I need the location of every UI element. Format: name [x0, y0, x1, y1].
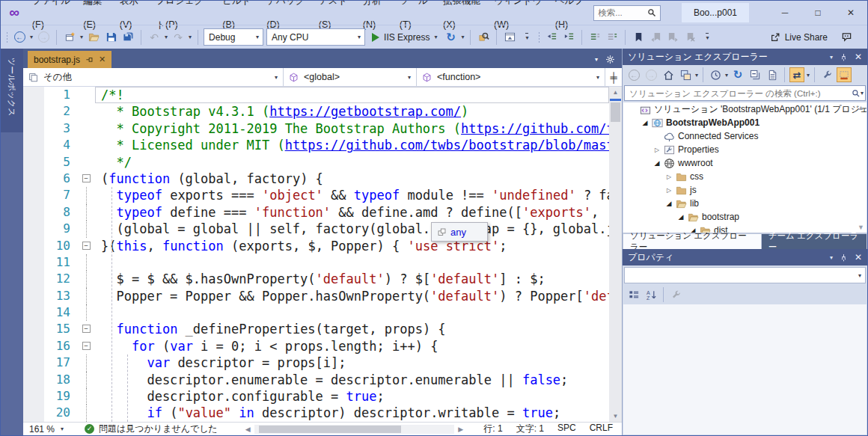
overflow-caret[interactable]: ▾: [700, 31, 714, 44]
collapse-region-icon[interactable]: −: [82, 242, 91, 250]
close-icon[interactable]: ✕: [855, 52, 862, 62]
find-in-files-icon[interactable]: [477, 31, 490, 44]
breakpoint-margin[interactable]: [23, 304, 44, 321]
type-dropdown[interactable]: <global> ▾: [284, 68, 417, 86]
tree-item[interactable]: Connected Services: [623, 129, 867, 143]
overflow-caret[interactable]: ▾: [520, 31, 534, 44]
search-input[interactable]: [598, 8, 647, 17]
toggle-bookmark-icon[interactable]: [632, 31, 645, 44]
pending-changes-filter-icon[interactable]: [708, 67, 723, 82]
tree-item[interactable]: ▷js: [623, 183, 867, 197]
breakpoint-margin[interactable]: [23, 271, 44, 287]
pin-icon[interactable]: [840, 53, 848, 61]
solution-search-input[interactable]: [629, 89, 852, 98]
pin-icon[interactable]: [840, 254, 848, 262]
breakpoint-margin[interactable]: [23, 171, 44, 187]
breakpoint-margin[interactable]: [23, 204, 44, 221]
breakpoint-margin[interactable]: [23, 120, 44, 137]
close-tab-icon[interactable]: ✕: [99, 55, 106, 64]
show-all-files-icon[interactable]: [837, 67, 852, 82]
hscroll-thumb[interactable]: [259, 426, 401, 433]
chevron-down-icon[interactable]: ▾: [807, 72, 810, 79]
browse-with-icon[interactable]: [503, 31, 516, 44]
expander-collapsed-icon[interactable]: ▷: [664, 174, 674, 180]
scroll-down-icon[interactable]: ▼: [609, 411, 622, 422]
tree-item[interactable]: ◢wwwroot: [623, 156, 867, 170]
code-line[interactable]: 2 * Bootstrap v4.3.1 (https://getbootstr…: [23, 103, 609, 120]
collapse-region-icon[interactable]: −: [82, 325, 91, 333]
editor-options-gear-icon[interactable]: [605, 55, 615, 64]
split-window-handle[interactable]: ╪: [605, 68, 622, 86]
switch-views-icon[interactable]: [678, 67, 693, 82]
start-debugging-button[interactable]: IIS Express ▾: [368, 32, 441, 43]
refresh-icon[interactable]: ↻: [730, 67, 745, 82]
document-tab-bootstrap-js[interactable]: bootstrap.js ✕: [28, 51, 111, 68]
tree-item[interactable]: ◢BootstrapWebApp001: [623, 116, 867, 129]
window-position-chevron-icon[interactable]: ▾: [830, 254, 833, 261]
home-icon[interactable]: [661, 67, 676, 82]
scroll-left-icon[interactable]: ◀: [243, 426, 253, 433]
pin-tab-icon[interactable]: [85, 55, 94, 64]
save-icon[interactable]: [104, 31, 117, 44]
chevron-down-icon[interactable]: ▾: [80, 34, 83, 40]
breakpoint-margin[interactable]: [23, 321, 44, 337]
window-position-chevron-icon[interactable]: ▾: [830, 54, 833, 61]
live-share-button[interactable]: Live Share: [762, 32, 835, 43]
expander-expanded-icon[interactable]: ◢: [688, 227, 698, 233]
refresh-icon[interactable]: ↻: [444, 31, 457, 44]
chevron-down-icon[interactable]: ▾: [695, 72, 698, 79]
expander-expanded-icon[interactable]: ◢: [676, 213, 686, 221]
breakpoint-margin[interactable]: [23, 388, 44, 405]
tree-item[interactable]: ◢lib: [623, 197, 867, 210]
tree-item[interactable]: ソリューション 'BootstrapWebApp001' (1/1 プロジェクト…: [623, 102, 867, 116]
breakpoint-margin[interactable]: [23, 238, 44, 254]
tree-scroll-down-icon[interactable]: ▼: [858, 224, 864, 231]
collapse-region-icon[interactable]: −: [82, 174, 91, 182]
breakpoint-margin[interactable]: [23, 221, 44, 237]
navigate-back-icon[interactable]: ←: [13, 31, 26, 44]
expander-expanded-icon[interactable]: ◢: [652, 159, 662, 167]
scroll-up-icon[interactable]: ▲: [609, 87, 622, 98]
solution-platform-dropdown[interactable]: Any CPU▾: [266, 28, 365, 46]
breakpoint-margin[interactable]: [23, 254, 44, 271]
close-icon[interactable]: ✕: [855, 252, 862, 262]
quick-search-box[interactable]: [593, 5, 661, 21]
send-feedback-icon[interactable]: [841, 31, 852, 43]
sync-with-active-document-icon[interactable]: ⇄: [789, 67, 804, 82]
chevron-down-icon[interactable]: ▾: [461, 34, 464, 40]
close-button[interactable]: ✕: [834, 1, 867, 25]
tree-item[interactable]: ◢bootstrap: [623, 210, 867, 224]
breakpoint-margin[interactable]: [23, 87, 44, 103]
code-line[interactable]: 5 */: [23, 154, 609, 171]
project-scope-dropdown[interactable]: その他 ▾: [23, 68, 284, 86]
minimize-button[interactable]: ─: [768, 1, 801, 25]
document-list-chevron-icon[interactable]: ▾: [595, 56, 598, 63]
unindent-icon[interactable]: [545, 31, 558, 44]
code-line[interactable]: 6−(function (global, factory) {: [23, 171, 609, 187]
breakpoint-margin[interactable]: [23, 288, 44, 304]
comment-icon[interactable]: [588, 31, 602, 44]
breakpoint-margin[interactable]: [23, 187, 44, 203]
horizontal-scrollbar[interactable]: ◀ ▶: [243, 425, 465, 434]
chevron-down-icon[interactable]: ▾: [30, 34, 33, 40]
new-project-icon[interactable]: [63, 31, 76, 44]
properties-page-icon[interactable]: [765, 67, 780, 82]
indent-icon[interactable]: [562, 31, 575, 44]
solution-explorer-search-box[interactable]: ▾: [624, 85, 866, 101]
properties-object-dropdown[interactable]: ▾: [624, 267, 866, 283]
expander-collapsed-icon[interactable]: ▷: [664, 187, 674, 194]
tree-item[interactable]: ▷css: [623, 170, 867, 183]
scrollbar-thumb[interactable]: [611, 102, 620, 122]
code-line[interactable]: 3 * Copyright 2011-2019 The Bootstrap Au…: [23, 120, 609, 137]
collapse-all-icon[interactable]: [748, 67, 762, 82]
scroll-right-icon[interactable]: ▶: [456, 426, 465, 433]
member-dropdown[interactable]: <function> ▾: [417, 68, 605, 86]
categorized-icon[interactable]: [626, 287, 641, 302]
tree-item[interactable]: ▷Properties: [623, 143, 867, 156]
chevron-down-icon[interactable]: ▾: [725, 72, 728, 79]
breakpoint-margin[interactable]: [23, 338, 44, 354]
maximize-button[interactable]: □: [801, 1, 834, 25]
open-file-icon[interactable]: [87, 31, 100, 44]
tool-window-tab[interactable]: チーム エクスプローラー: [762, 234, 867, 249]
code-line[interactable]: 4 * Licensed under MIT (https://github.c…: [23, 137, 609, 153]
